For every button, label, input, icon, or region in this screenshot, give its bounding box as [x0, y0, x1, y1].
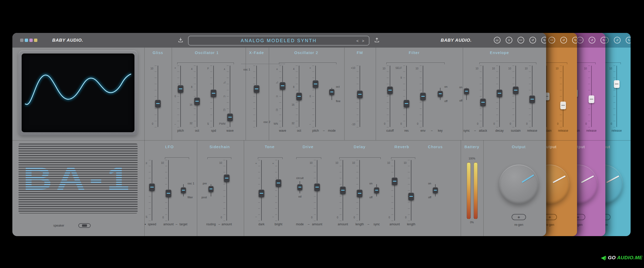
undo-icon[interactable]: ↺ [529, 37, 536, 43]
group-bracket [339, 157, 381, 159]
preset-next-icon[interactable]: > [362, 39, 364, 43]
label-dash: – [218, 223, 220, 226]
more-icon[interactable]: ••• [518, 37, 524, 43]
tick-mark [391, 190, 393, 191]
tone-bright-slider[interactable] [276, 179, 281, 187]
redo-icon[interactable]: ↻ [626, 37, 631, 43]
tick-mark [227, 90, 229, 90]
filter-cutoff-slider-label: cutoff [386, 129, 394, 132]
tick-label: 10 [328, 162, 338, 165]
delay-sync-switch[interactable] [374, 187, 379, 193]
xfade-slider-track [256, 66, 257, 127]
envelope-release-slider[interactable] [529, 95, 535, 103]
undo-icon[interactable]: ↺ [589, 37, 595, 43]
tone-dark-slider[interactable] [259, 190, 264, 197]
desktop-background: BABY AUDIO. ANALOG MODELED SYNTH < > BAB… [0, 0, 644, 268]
regen-button[interactable]: ◈ [512, 214, 526, 220]
chorus-switch[interactable] [433, 187, 438, 193]
envelope-sync-switch-label: sync [463, 129, 470, 132]
tick-mark [314, 166, 316, 166]
section-divider [244, 140, 244, 236]
download-preset-icon[interactable] [178, 37, 183, 43]
filter-env-slider[interactable] [420, 93, 426, 100]
window-dot-2[interactable] [25, 39, 28, 42]
tick-mark [258, 178, 260, 178]
lfo-led: ● [145, 223, 146, 226]
envelope-attack-slider[interactable] [480, 99, 486, 106]
output-knob[interactable] [499, 165, 538, 204]
drive-amount-slider[interactable] [314, 183, 320, 191]
tick-label: 10 [143, 67, 153, 70]
lfo-speed-slider[interactable] [149, 183, 155, 191]
envelope-sync-switch[interactable] [464, 88, 469, 94]
more-icon[interactable]: ••• [548, 37, 555, 43]
preset-selector[interactable]: ANALOG MODELED SYNTH < > [188, 36, 369, 46]
fm-slider[interactable] [357, 91, 363, 98]
xfade-slider[interactable] [254, 85, 259, 93]
osc2-pitch-slider[interactable] [313, 80, 318, 88]
tick-mark [312, 115, 314, 115]
osc1-wave-slider[interactable] [227, 113, 233, 121]
tick-mark [296, 127, 298, 127]
section-reverb-heading: Reverb [394, 145, 409, 149]
redo-icon[interactable]: ↻ [600, 37, 605, 43]
tick-mark [279, 96, 281, 96]
preset-prev-icon[interactable]: < [356, 39, 359, 43]
speaker-toggle[interactable] [78, 223, 91, 228]
tick-mark [279, 127, 281, 127]
switch-option-label: on [451, 86, 462, 89]
tick-mark [312, 90, 314, 90]
sidechain-amount-slider[interactable] [224, 174, 230, 182]
undo-icon[interactable]: ↺ [614, 37, 621, 43]
speaker-toggle-handle[interactable] [82, 224, 87, 227]
tick-mark [356, 202, 358, 203]
undo-icon[interactable]: ↺ [560, 37, 567, 43]
tick-mark [529, 66, 531, 66]
lfo-amount-slider[interactable] [166, 190, 171, 197]
envelope-release-slider[interactable] [614, 80, 620, 88]
plugin-window-main: BABY AUDIO. ANALOG MODELED SYNTH < > BAB… [12, 33, 546, 236]
tick-mark [253, 121, 255, 121]
tick-label: − [247, 216, 257, 219]
share-preset-icon[interactable] [374, 37, 380, 43]
tick-mark [210, 84, 212, 84]
filter-cutoff-slider[interactable] [387, 86, 393, 94]
knob-pointer [606, 175, 619, 183]
envelope-attack-slider-label: attack [479, 129, 487, 132]
delay-amount-slider[interactable] [340, 186, 346, 194]
cc-icon[interactable]: cc [494, 37, 501, 43]
envelope-decay-slider[interactable] [497, 90, 502, 97]
tick-mark [420, 127, 422, 127]
tick-mark [403, 109, 405, 109]
envelope-sustain-slider[interactable] [513, 86, 519, 94]
section-divider [172, 48, 172, 140]
envelope-release-slider[interactable] [589, 95, 594, 103]
gliss-slider-track [158, 66, 158, 127]
reverb-amount-slider[interactable] [392, 177, 397, 185]
redo-icon[interactable]: ↻ [541, 37, 546, 43]
delay-length-slider-label: length [355, 223, 364, 226]
drive-circuit-switch[interactable] [297, 184, 302, 190]
envelope-release-slider[interactable] [560, 102, 566, 109]
tick-mark [155, 90, 157, 90]
window-dot-3[interactable] [29, 39, 33, 42]
filter-res-slider[interactable] [404, 100, 409, 108]
osc1-oct-slider[interactable] [194, 97, 200, 105]
filter-key-switch[interactable] [438, 91, 443, 97]
window-dot-1[interactable] [20, 39, 23, 42]
voices-icon[interactable]: V [506, 37, 512, 43]
reverb-length-slider[interactable] [408, 193, 414, 200]
more-icon[interactable]: ••• [577, 37, 583, 43]
tick-label: 0 [328, 216, 338, 219]
osc2-mode-switch[interactable] [329, 89, 334, 95]
sidechain-routing-switch[interactable] [208, 186, 214, 192]
redo-icon[interactable]: ↻ [572, 37, 577, 43]
tick-mark [529, 78, 531, 78]
tick-mark [312, 121, 314, 121]
window-dot-4[interactable] [34, 39, 37, 42]
regen-label: re-gen [514, 223, 523, 226]
gliss-slider[interactable] [155, 100, 161, 108]
tick-mark [613, 102, 615, 103]
lfo-target-switch[interactable] [181, 187, 186, 193]
tick-label: 10 [577, 67, 587, 70]
